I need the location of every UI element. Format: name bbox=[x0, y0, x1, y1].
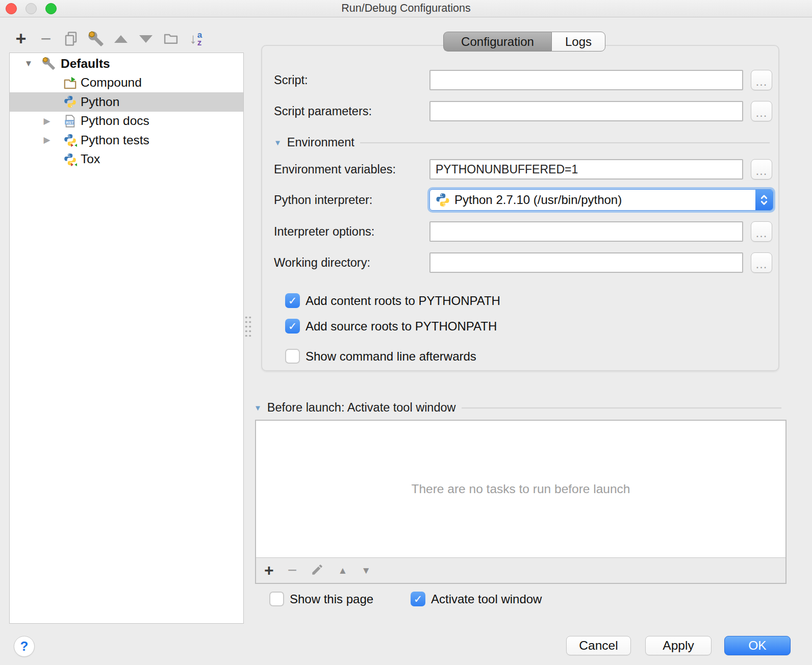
up-down-chevrons-icon bbox=[760, 193, 768, 207]
sort-configurations-button[interactable]: ↓ a z bbox=[187, 29, 205, 49]
interpreter-options-input[interactable] bbox=[429, 221, 743, 242]
disclosure-closed-icon[interactable]: ▶ bbox=[41, 116, 53, 126]
interpreter-options-label: Interpreter options: bbox=[274, 221, 374, 242]
move-task-up-button[interactable]: ▲ bbox=[338, 565, 347, 576]
tree-item-label: Compound bbox=[81, 75, 142, 90]
window-title: Run/Debug Configurations bbox=[0, 0, 812, 17]
add-configuration-button[interactable]: + bbox=[12, 29, 30, 49]
disclosure-closed-icon[interactable]: ▶ bbox=[41, 135, 53, 145]
remove-configuration-button[interactable]: − bbox=[37, 29, 55, 49]
activate-tool-window-label[interactable]: Activate tool window bbox=[431, 592, 542, 607]
titlebar: Run/Debug Configurations bbox=[0, 0, 812, 17]
ellipsis-icon: … bbox=[755, 74, 768, 89]
show-command-line-checkbox[interactable]: ✓ bbox=[285, 349, 300, 364]
script-parameters-browse-button[interactable]: … bbox=[751, 101, 772, 121]
tox-python-icon bbox=[63, 152, 77, 166]
working-directory-input[interactable] bbox=[429, 252, 743, 273]
script-parameters-label: Script parameters: bbox=[274, 101, 372, 121]
move-down-button[interactable] bbox=[137, 29, 155, 49]
interpreter-options-browse-button[interactable]: … bbox=[751, 221, 772, 242]
ellipsis-icon: … bbox=[755, 106, 768, 120]
add-source-roots-label[interactable]: Add source roots to PYTHONPATH bbox=[306, 319, 497, 334]
environment-variables-input[interactable] bbox=[429, 159, 743, 180]
check-icon: ✓ bbox=[414, 592, 423, 606]
tab-configuration[interactable]: Configuration bbox=[443, 32, 551, 52]
tree-item-label: Python tests bbox=[81, 133, 149, 147]
add-content-roots-label[interactable]: Add content roots to PYTHONPATH bbox=[306, 293, 500, 309]
python-interpreter-value: Python 2.7.10 (/usr/bin/python) bbox=[454, 193, 622, 207]
add-content-roots-checkbox[interactable]: ✓ bbox=[285, 293, 300, 308]
panel-splitter-handle[interactable] bbox=[244, 315, 252, 337]
tree-item-tox[interactable]: Tox bbox=[10, 150, 243, 169]
defaults-wrench-icon bbox=[42, 57, 56, 70]
combo-stepper[interactable] bbox=[755, 189, 773, 211]
tree-item-python-selected[interactable]: Python bbox=[10, 92, 243, 112]
ellipsis-icon: … bbox=[755, 226, 768, 240]
wrench-icon bbox=[88, 31, 104, 47]
edit-task-button[interactable] bbox=[311, 563, 324, 578]
show-this-page-label[interactable]: Show this page bbox=[290, 592, 373, 607]
before-launch-section-header[interactable]: ▼ Before launch: Activate tool window bbox=[254, 401, 781, 415]
working-directory-browse-button[interactable]: … bbox=[751, 252, 772, 273]
folder-icon bbox=[163, 31, 179, 46]
tree-item-label: Python bbox=[81, 95, 119, 109]
show-this-page-checkbox[interactable]: ✓ bbox=[269, 592, 284, 606]
show-command-line-label[interactable]: Show command line afterwards bbox=[306, 349, 476, 364]
environment-section-title: Environment bbox=[287, 136, 354, 149]
cancel-button[interactable]: Cancel bbox=[566, 636, 631, 655]
footer-options: ✓ Show this page ✓ Activate tool window bbox=[0, 591, 812, 608]
collapse-triangle-icon[interactable]: ▼ bbox=[254, 403, 262, 412]
tab-logs[interactable]: Logs bbox=[551, 32, 605, 52]
help-button[interactable]: ? bbox=[14, 636, 35, 657]
section-divider bbox=[462, 407, 781, 408]
add-source-roots-checkbox[interactable]: ✓ bbox=[285, 319, 300, 334]
environment-variables-label: Environment variables: bbox=[274, 159, 396, 180]
tree-item-compound[interactable]: Compound bbox=[10, 73, 243, 93]
sort-alphabetically-icon: ↓ a z bbox=[190, 31, 202, 46]
close-window-button[interactable] bbox=[6, 3, 17, 14]
collapse-triangle-icon[interactable]: ▼ bbox=[274, 138, 282, 147]
minimize-window-button[interactable] bbox=[26, 3, 37, 14]
settings-tabbar: Configuration Logs bbox=[443, 32, 605, 52]
tree-item-python-docs[interactable]: ▶ RST Python docs bbox=[10, 112, 243, 131]
move-up-icon bbox=[114, 35, 128, 43]
zoom-window-button[interactable] bbox=[45, 3, 57, 14]
ok-button[interactable]: OK bbox=[724, 636, 791, 655]
ellipsis-icon: … bbox=[755, 257, 768, 271]
tree-item-label: Tox bbox=[81, 152, 100, 166]
script-browse-button[interactable]: … bbox=[751, 70, 772, 90]
disclosure-open-icon[interactable]: ▼ bbox=[23, 59, 34, 69]
edit-defaults-button[interactable] bbox=[87, 29, 105, 49]
move-down-icon bbox=[139, 35, 153, 43]
environment-section-header[interactable]: ▼ Environment bbox=[274, 136, 770, 149]
pencil-icon bbox=[311, 563, 324, 576]
move-task-down-button[interactable]: ▼ bbox=[361, 565, 371, 576]
configurations-toolbar: + − ↓ a z bbox=[12, 29, 205, 49]
apply-button[interactable]: Apply bbox=[645, 636, 712, 655]
tree-item-python-tests[interactable]: ▶ Python tests bbox=[10, 131, 243, 150]
python-icon bbox=[63, 95, 77, 109]
script-parameters-input[interactable] bbox=[429, 101, 743, 121]
task-list-toolbar: + − ▲ ▼ bbox=[256, 557, 785, 583]
ellipsis-icon: … bbox=[755, 164, 768, 178]
before-launch-title: Before launch: Activate tool window bbox=[267, 401, 456, 415]
plus-icon: + bbox=[15, 30, 26, 47]
create-folder-button[interactable] bbox=[162, 29, 180, 49]
check-icon: ✓ bbox=[288, 293, 297, 308]
copy-icon bbox=[63, 31, 79, 46]
configuration-panel: Script: … Script parameters: … ▼ Environ… bbox=[261, 45, 779, 371]
tree-item-defaults[interactable]: ▼ Defaults bbox=[10, 54, 243, 73]
question-mark-icon: ? bbox=[20, 638, 29, 654]
configurations-tree: ▼ Defaults Compound Python ▶ bbox=[9, 53, 244, 624]
environment-variables-browse-button[interactable]: … bbox=[751, 159, 772, 180]
script-input[interactable] bbox=[429, 70, 743, 90]
copy-configuration-button[interactable] bbox=[62, 29, 80, 49]
before-launch-task-list: There are no tasks to run before launch … bbox=[255, 420, 786, 584]
python-interpreter-select[interactable]: Python 2.7.10 (/usr/bin/python) bbox=[429, 189, 773, 211]
activate-tool-window-checkbox[interactable]: ✓ bbox=[411, 592, 425, 606]
minus-icon: − bbox=[40, 30, 51, 47]
move-up-button[interactable] bbox=[112, 29, 130, 49]
add-task-button[interactable]: + bbox=[264, 561, 274, 580]
working-directory-label: Working directory: bbox=[274, 252, 370, 273]
remove-task-button[interactable]: − bbox=[288, 561, 297, 580]
